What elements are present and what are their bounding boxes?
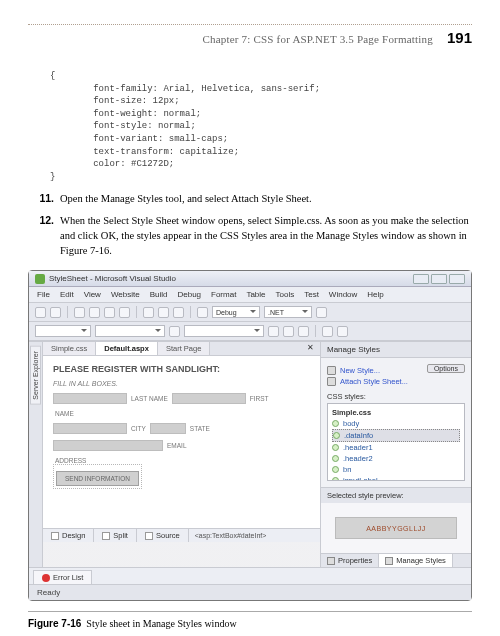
- text-field[interactable]: [150, 423, 186, 434]
- menu-item[interactable]: Help: [367, 290, 383, 299]
- tab-close-icon[interactable]: ✕: [301, 342, 320, 355]
- view-design[interactable]: Design: [43, 529, 94, 542]
- text-field[interactable]: [53, 393, 127, 404]
- menu-item[interactable]: Website: [111, 290, 140, 299]
- menu-item[interactable]: Window: [329, 290, 357, 299]
- minimize-button[interactable]: [413, 274, 429, 284]
- toolbar-button[interactable]: [316, 307, 327, 318]
- doc-tab[interactable]: Simple.css: [43, 342, 96, 355]
- toolbar-button[interactable]: [173, 307, 184, 318]
- form-heading: PLEASE REGISTER WITH SANDLIGHT:: [53, 364, 310, 374]
- css-styles-label: CSS styles:: [327, 392, 465, 401]
- menu-item[interactable]: File: [37, 290, 50, 299]
- maximize-button[interactable]: [431, 274, 447, 284]
- view-split[interactable]: Split: [94, 529, 137, 542]
- step-11: 11. Open the Manage Styles tool, and sel…: [36, 191, 472, 206]
- menu-item[interactable]: Format: [211, 290, 236, 299]
- panel-tabs[interactable]: Properties Manage Styles: [321, 553, 471, 567]
- error-list-tab[interactable]: Error List: [33, 570, 92, 584]
- attach-icon: [327, 377, 336, 386]
- step-text: When the Select Style Sheet window opens…: [60, 213, 472, 259]
- rule-icon: [332, 466, 339, 473]
- toolbar-button[interactable]: [35, 307, 46, 318]
- target-dropdown[interactable]: .NET: [264, 306, 312, 318]
- list-item[interactable]: inputLabel: [332, 475, 460, 481]
- server-explorer-tab[interactable]: Server Explorer: [30, 346, 41, 405]
- figure-caption: Figure 7-16 Style sheet in Manage Styles…: [28, 611, 472, 629]
- field-label: LAST NAME: [131, 395, 168, 402]
- page-number: 191: [447, 29, 472, 46]
- preview-title: Selected style preview:: [321, 487, 471, 503]
- menu-item[interactable]: Tools: [276, 290, 295, 299]
- toolbar-button[interactable]: [337, 326, 348, 337]
- config-dropdown[interactable]: Debug: [212, 306, 260, 318]
- toolbar-button[interactable]: [104, 307, 115, 318]
- toolbar-button[interactable]: [74, 307, 85, 318]
- field-label: STATE: [190, 425, 210, 432]
- toolbar-button[interactable]: [143, 307, 154, 318]
- running-header: Chapter 7: CSS for ASP.NET 3.5 Page Form…: [28, 29, 472, 52]
- text-field[interactable]: [53, 440, 163, 451]
- options-button[interactable]: Options: [427, 364, 465, 373]
- css-styles-list[interactable]: Simple.css body .dataInfo .header1 .head…: [327, 403, 465, 481]
- field-label: CITY: [131, 425, 146, 432]
- new-style-link[interactable]: New Style...: [327, 366, 427, 375]
- change-type-dropdown[interactable]: [184, 325, 264, 337]
- tag-breadcrumb[interactable]: <asp:TextBox#dateInf>: [189, 530, 320, 541]
- field-label: EMAIL: [167, 442, 187, 449]
- menu-item[interactable]: Edit: [60, 290, 74, 299]
- tab-manage-styles[interactable]: Manage Styles: [379, 554, 453, 567]
- doc-tab[interactable]: Start Page: [158, 342, 210, 355]
- rule-icon: [332, 455, 339, 462]
- toolbar-secondary[interactable]: [29, 322, 471, 341]
- submit-button[interactable]: SEND INFORMATION: [56, 471, 139, 486]
- text-field[interactable]: [172, 393, 246, 404]
- toolbar-button[interactable]: [119, 307, 130, 318]
- document-tabs[interactable]: Simple.css Default.aspx Start Page ✕: [43, 342, 320, 356]
- preview-swatch: AABBYYGGLLJJ: [335, 517, 457, 539]
- field-label: FIRST: [250, 395, 269, 402]
- toolbar-button[interactable]: [158, 307, 169, 318]
- text-field[interactable]: [53, 423, 127, 434]
- close-button[interactable]: [449, 274, 465, 284]
- toolbar-button[interactable]: [268, 326, 279, 337]
- doc-tab-active[interactable]: Default.aspx: [96, 342, 158, 355]
- figure-label: Figure 7-16: [28, 618, 81, 629]
- menu-bar[interactable]: File Edit View Website Build Debug Forma…: [29, 287, 471, 303]
- toolbar-primary[interactable]: Debug .NET: [29, 303, 471, 322]
- view-source[interactable]: Source: [137, 529, 189, 542]
- window-buttons[interactable]: [413, 274, 465, 284]
- list-item[interactable]: .header2: [332, 453, 460, 464]
- side-rail[interactable]: Server Explorer: [29, 342, 43, 567]
- tab-properties[interactable]: Properties: [321, 554, 379, 567]
- status-bar: Ready: [29, 584, 471, 600]
- toolbar-button[interactable]: [322, 326, 333, 337]
- menu-item[interactable]: Build: [150, 290, 168, 299]
- form-hint: FILL IN ALL BOXES.: [53, 380, 310, 387]
- menu-item[interactable]: Debug: [177, 290, 201, 299]
- toolbar-button[interactable]: [50, 307, 61, 318]
- manage-styles-panel: Manage Styles Options New Style... Attac…: [321, 342, 471, 567]
- menu-item[interactable]: View: [84, 290, 101, 299]
- list-item[interactable]: body: [332, 418, 460, 429]
- toolbar-button[interactable]: [89, 307, 100, 318]
- menu-item[interactable]: Table: [246, 290, 265, 299]
- dropdown[interactable]: [35, 325, 91, 337]
- list-item[interactable]: Simple.css: [332, 407, 460, 418]
- toolbar-button[interactable]: [169, 326, 180, 337]
- toolbar-button[interactable]: [283, 326, 294, 337]
- toolbar-button[interactable]: [298, 326, 309, 337]
- menu-item[interactable]: Test: [304, 290, 319, 299]
- visual-studio-window: StyleSheet - Microsoft Visual Studio Fil…: [28, 270, 472, 601]
- design-surface[interactable]: PLEASE REGISTER WITH SANDLIGHT: FILL IN …: [43, 356, 320, 528]
- dropdown[interactable]: [95, 325, 165, 337]
- list-item[interactable]: .header1: [332, 442, 460, 453]
- toolbar-button[interactable]: [197, 307, 208, 318]
- attach-stylesheet-link[interactable]: Attach Style Sheet...: [327, 377, 465, 386]
- bottom-tab-well[interactable]: Error List: [29, 567, 471, 584]
- list-item-selected[interactable]: .dataInfo: [332, 429, 460, 442]
- view-switcher[interactable]: Design Split Source <asp:TextBox#dateInf…: [43, 528, 320, 542]
- form-row: LAST NAME FIRST: [53, 393, 310, 404]
- list-item[interactable]: bn: [332, 464, 460, 475]
- step-number: 11.: [36, 191, 54, 206]
